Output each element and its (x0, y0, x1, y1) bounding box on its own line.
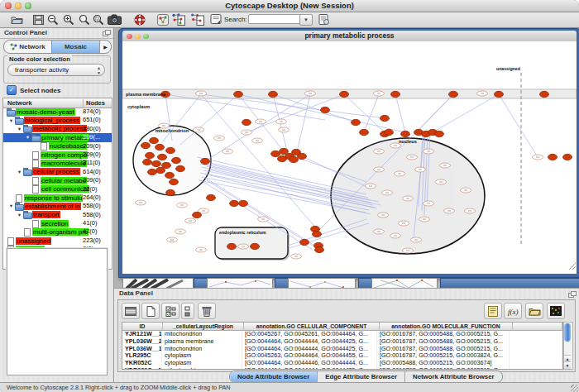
graph-node-red[interactable] (313, 231, 322, 237)
help-icon[interactable] (132, 13, 146, 26)
tree-row[interactable]: secretion41(0) (3, 219, 112, 227)
disclosure-triangle-icon[interactable]: ▼ (16, 213, 23, 218)
table-row[interactable]: YJR121W__1mitochondrion[GO:0045267, GO:0… (122, 331, 562, 338)
graph-node-red[interactable] (170, 179, 179, 184)
table-cell[interactable]: [GO:0016787, GO:0005488, GO:0005215, G..… (377, 331, 510, 338)
node-color-dropdown[interactable]: transporter activity ▲▼ (7, 64, 105, 76)
snapshot-icon[interactable] (108, 13, 122, 26)
table-cell[interactable]: YKR052C (122, 360, 162, 367)
graph-node-red[interactable] (435, 131, 444, 136)
table-row[interactable]: YKR052Ccytoplasm[GO:0044464, GO:0044446,… (122, 360, 562, 367)
attribute-table-header[interactable]: ID _cellularLayoutRegion annotation.GO C… (122, 323, 562, 331)
tree-row[interactable]: nucleobase-209(0) (3, 142, 112, 151)
tree-row[interactable]: nitrogen compo209(0) (3, 151, 112, 159)
graph-node-red[interactable] (290, 156, 299, 162)
graph-node-red[interactable] (391, 91, 400, 97)
unselect-attributes-icon[interactable] (181, 303, 194, 319)
table-row[interactable]: YDR039C__1mitochondrion[GO:0044464, GO:0… (122, 367, 562, 370)
network-window-titlebar[interactable]: primary metabolic process (122, 31, 577, 42)
table-vscrollbar[interactable]: ▲ ▼ (563, 322, 573, 370)
tab-mosaic[interactable]: Mosaic (51, 41, 99, 53)
resize-grip[interactable] (571, 385, 578, 392)
tree-row[interactable]: multi-organism pro42(0) (3, 227, 112, 236)
graph-node-red[interactable] (148, 169, 157, 174)
table-cell[interactable]: plasma membrane (162, 338, 242, 346)
col-molecular-function[interactable]: annotation.GO MOLECULAR_FUNCTION (380, 323, 513, 330)
table-cell[interactable]: YLR295C (122, 352, 162, 360)
disclosure-triangle-icon[interactable]: ▼ (7, 203, 15, 208)
scrollbar-thumb[interactable] (564, 323, 571, 342)
tree-row[interactable]: ▼cellular process614(0) (3, 168, 112, 176)
open-icon[interactable] (10, 13, 24, 26)
select-nodes-checkbox[interactable]: ✓ (7, 85, 17, 95)
graph-node-red[interactable] (166, 147, 175, 153)
col-region[interactable]: _cellularLayoutRegion (163, 323, 244, 330)
graph-node-red[interactable] (449, 91, 458, 97)
table-cell[interactable]: [GO:0016787, GO:0005215, GO:0003824, G..… (377, 352, 510, 360)
graph-node-red[interactable] (563, 154, 572, 160)
table-mode-icon[interactable] (122, 303, 140, 319)
graph-node-red[interactable] (315, 246, 324, 252)
graph-node-red[interactable] (152, 160, 161, 166)
table-cell[interactable]: [GO:0045267, GO:0045261, GO:0044464, G..… (242, 331, 377, 338)
canvas-resize-grip[interactable] (569, 263, 576, 270)
table-cell[interactable]: mitochondrion (162, 346, 242, 353)
birdseye-view-panel[interactable] (7, 248, 108, 375)
graph-node-red[interactable] (234, 91, 243, 97)
layout-icon-1[interactable] (171, 13, 185, 26)
import-icon[interactable] (317, 13, 331, 26)
zoom-selected-icon[interactable] (91, 13, 105, 26)
graph-node-red[interactable] (230, 200, 239, 206)
table-cell[interactable]: YJR121W__1 (122, 331, 162, 338)
tree-row[interactable]: ▼primary metabo209(... (3, 133, 112, 141)
graph-node-red[interactable] (401, 131, 410, 136)
graph-node-red[interactable] (548, 154, 557, 160)
graph-node-red[interactable] (242, 119, 251, 125)
table-row[interactable]: YLR295Ccytoplasm[GO:0045263, GO:0044464,… (122, 352, 562, 360)
select-attributes-icon[interactable] (161, 303, 179, 319)
graph-node-red[interactable] (156, 167, 165, 173)
zoom-fit-icon[interactable] (77, 13, 91, 26)
graph-node-red[interactable] (352, 119, 361, 125)
graph-node-red[interactable] (251, 243, 260, 249)
graph-node-red[interactable] (340, 91, 349, 97)
annotation-note-icon[interactable] (484, 303, 502, 319)
graph-node-red[interactable] (385, 129, 394, 135)
col-cellular-component[interactable]: annotation.GO CELLULAR_COMPONENT (244, 323, 380, 330)
table-cell[interactable]: mitochondrion (162, 331, 242, 338)
table-cell[interactable]: YPL036W__1 (122, 346, 162, 353)
table-cell[interactable]: [GO:0005488, GO:0005215, GO:0003674] (377, 360, 510, 367)
tree-row[interactable]: cell communicat22(0) (3, 185, 112, 194)
graph-node-red[interactable] (207, 194, 216, 200)
tab-node-attribute-browser[interactable]: Node Attribute Browser (230, 371, 318, 382)
tab-network-attribute-browser[interactable]: Network Attribute Browser (405, 371, 502, 382)
tree-row[interactable]: response to stimulu264(0) (3, 194, 112, 202)
table-cell[interactable]: [GO:0044464, GO:0044444, GO:0044425, G..… (242, 346, 377, 353)
table-cell[interactable]: YPL036W__2 (122, 338, 162, 346)
table-cell[interactable]: [GO:0045263, GO:0044464, GO:0044455, G..… (242, 352, 377, 360)
tree-row[interactable]: ▼transport558(0) (3, 211, 112, 219)
table-cell[interactable]: mitochondrion (162, 367, 242, 370)
graph-node-red[interactable] (540, 91, 549, 97)
disclosure-triangle-icon[interactable]: ▼ (16, 127, 23, 131)
new-attribute-icon[interactable] (141, 303, 160, 319)
delete-attribute-icon[interactable] (198, 303, 216, 319)
disclosure-triangle-icon[interactable]: ▼ (24, 135, 31, 140)
disclosure-triangle-icon[interactable]: ▼ (7, 118, 15, 123)
col-id[interactable]: ID (122, 323, 163, 330)
zoom-in-icon[interactable] (61, 13, 75, 26)
graph-node-red[interactable] (227, 243, 237, 249)
graph-node-red[interactable] (321, 107, 330, 112)
table-row[interactable]: YPL036W__2plasma membrane[GO:0044464, GO… (122, 338, 562, 346)
zoom-out-icon[interactable] (45, 13, 60, 26)
float-panel-icon[interactable] (103, 30, 110, 36)
search-dropdown-button[interactable]: ▼ (299, 14, 313, 26)
table-cell[interactable]: [GO:0044464, GO:0044444, GO:0044425, G..… (242, 338, 377, 346)
tab-overflow-arrow[interactable]: ▶ (99, 41, 111, 53)
graph-node-red[interactable] (278, 155, 287, 161)
table-cell[interactable]: YDR039C__1 (122, 367, 162, 370)
disclosure-triangle-icon[interactable]: ▼ (16, 170, 23, 174)
scroll-down-icon[interactable]: ▼ (564, 361, 571, 369)
tree-row[interactable]: ▼biological_process651(0) (3, 116, 112, 124)
tree-row[interactable]: unassigned223(0) (3, 237, 112, 245)
